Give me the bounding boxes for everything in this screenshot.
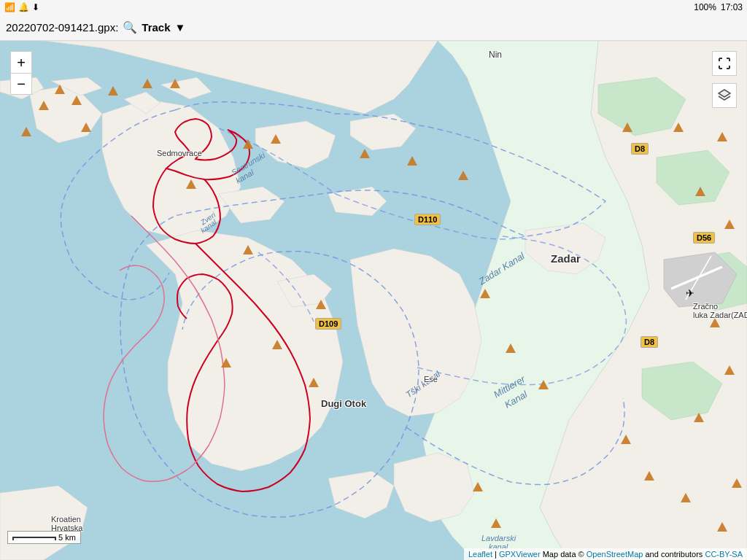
road-badge-d109: D109 [315,318,341,330]
wifi-icon: 📶 [4,2,15,12]
zoom-controls: + − [10,51,32,95]
nin-label: Nin [489,50,502,60]
current-time: 17:03 [721,2,743,12]
ccbysa-link[interactable]: CC-BY-SA [705,550,743,559]
notification-icon: 🔔 [18,2,29,12]
header-bar: 20220702-091421.gpx: 🔍 Track ▼ [0,15,747,41]
layers-button[interactable] [712,83,737,108]
status-bar: 📶 🔔 ⬇ 100% 17:03 [0,0,747,15]
leaflet-link[interactable]: Leaflet [468,550,492,559]
road-badge-d56: D56 [693,232,715,244]
kroatien-label: KroatienHrvatska [51,515,82,532]
airport-label: Zračnoluka Zadar(ZAD) [693,302,747,319]
osm-link[interactable]: OpenStreetMap [587,550,643,559]
track-label[interactable]: Track [142,21,170,34]
dugi-otok-label: Dugi Otok [321,398,366,409]
road-badge-d110: D110 [414,214,441,225]
zoom-out-button[interactable]: − [10,73,32,95]
fullscreen-button[interactable] [712,51,737,76]
scale-label: 5 km [58,533,76,542]
map-container[interactable]: Sestrunski kanal Zveri kanal Zadar Kanal… [0,41,747,560]
ese-label: Ese [424,375,438,384]
zadar-label: Zadar [551,252,581,265]
attribution-bar: Leaflet | GPXViewer Map data © OpenStree… [464,548,747,560]
svg-text:Lavdarski: Lavdarski [481,534,516,542]
scale-bar: 5 km [7,531,81,544]
filename-label: 20220702-091421.gpx: [6,21,118,34]
dropdown-icon[interactable]: ▼ [175,21,186,34]
search-icon[interactable]: 🔍 [123,20,137,34]
gpxviewer-link[interactable]: GPXViewer [499,550,541,559]
battery-level: 100% [694,2,716,12]
airport-icon: ✈ [686,287,694,299]
road-badge-d8-2: D8 [640,336,658,348]
svg-marker-75 [719,90,730,97]
sedmovrace-label: Sedmovrace [157,149,202,158]
road-badge-d8-1: D8 [631,143,649,155]
download-icon: ⬇ [32,2,39,12]
zoom-in-button[interactable]: + [10,51,32,73]
